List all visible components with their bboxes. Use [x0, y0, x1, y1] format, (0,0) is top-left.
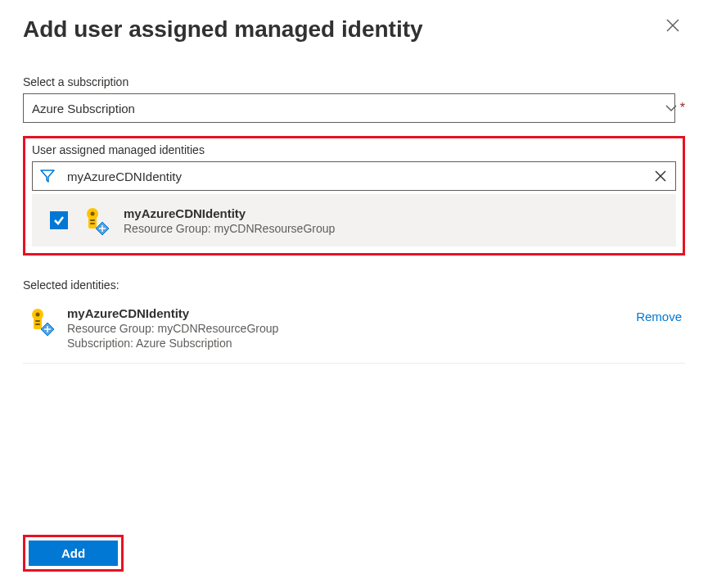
svg-rect-9: [90, 223, 95, 224]
svg-rect-14: [35, 320, 40, 322]
selected-identities-section: Selected identities: myAzureCDNIdentity …: [23, 278, 685, 364]
add-button-highlight-box: Add: [23, 535, 124, 572]
managed-identity-icon: [81, 206, 110, 235]
identity-result-row[interactable]: myAzureCDNIdentity Resource Group: myCDN…: [32, 194, 676, 247]
identities-highlight-box: User assigned managed identities: [23, 136, 685, 256]
close-icon: [654, 170, 667, 183]
add-button[interactable]: Add: [29, 541, 118, 566]
svg-point-13: [36, 313, 40, 317]
close-icon: [665, 18, 680, 33]
subscription-dropdown[interactable]: Azure Subscription: [23, 93, 675, 123]
identity-result-resource-group: Resource Group: myCDNResourseGroup: [124, 222, 335, 235]
subscription-field: Select a subscription Azure Subscription…: [23, 75, 685, 123]
remove-identity-button[interactable]: Remove: [633, 306, 685, 327]
svg-point-7: [91, 212, 95, 216]
filter-icon: [33, 168, 62, 184]
check-icon: [53, 215, 65, 226]
selected-identities-label: Selected identities:: [23, 278, 685, 292]
clear-filter-button[interactable]: [646, 162, 675, 190]
identity-result-name: myAzureCDNIdentity: [124, 206, 335, 220]
identity-filter-row: [32, 161, 676, 191]
svg-rect-15: [35, 323, 40, 325]
subscription-label: Select a subscription: [23, 75, 685, 88]
selected-identity-resource-group: Resource Group: myCDNResourceGroup: [67, 322, 621, 335]
svg-rect-8: [90, 219, 95, 221]
selected-identity-subscription: Subscription: Azure Subscription: [67, 337, 621, 350]
selected-identity-name: myAzureCDNIdentity: [67, 306, 621, 320]
selected-identity-row: myAzureCDNIdentity Resource Group: myCDN…: [23, 306, 685, 364]
panel-footer: Add: [23, 535, 124, 572]
managed-identity-icon: [26, 306, 56, 336]
required-indicator: *: [680, 101, 685, 115]
identity-checkbox[interactable]: [50, 211, 68, 229]
svg-marker-2: [41, 170, 54, 182]
identities-section-label: User assigned managed identities: [32, 143, 676, 156]
identity-filter-input[interactable]: [62, 162, 646, 190]
close-button[interactable]: [661, 16, 685, 38]
panel-title: Add user assigned managed identity: [23, 16, 423, 43]
